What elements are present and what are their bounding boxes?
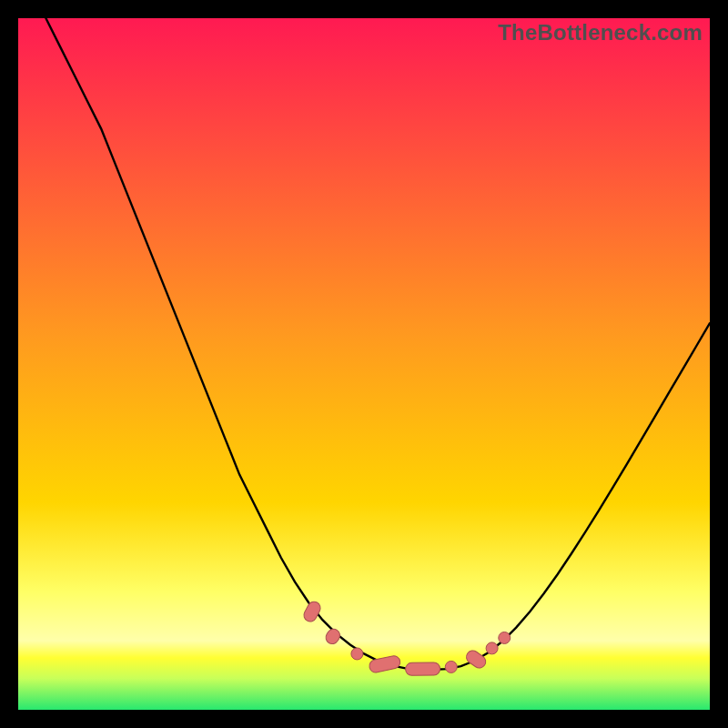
curve-knot [499,632,511,643]
watermark-text: TheBottleneck.com [498,20,703,46]
outer-frame: TheBottleneck.com [0,0,728,728]
bottleneck-chart [18,18,710,710]
curve-knot [486,642,498,654]
curve-knot [405,662,440,676]
curve-knot [351,648,363,660]
gradient-backdrop [18,18,710,710]
curve-knot [445,661,457,672]
